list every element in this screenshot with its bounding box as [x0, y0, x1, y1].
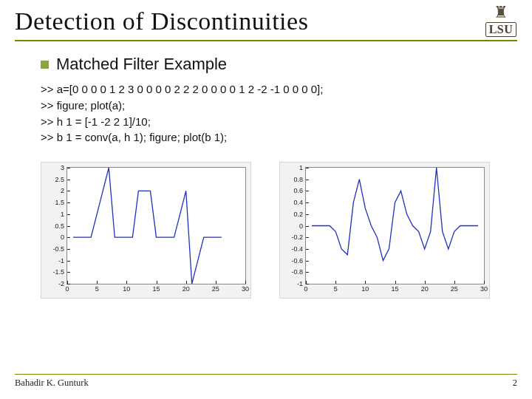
x-tick: 30 [480, 284, 488, 293]
university-logo: ♜ LSU [479, 4, 523, 49]
slide-footer: Bahadir K. Gunturk 2 [15, 374, 517, 389]
x-tick: 10 [361, 284, 369, 293]
y-tick: 1 [299, 164, 306, 171]
x-tick: 25 [212, 284, 219, 293]
y-tick: 0.6 [293, 187, 306, 194]
y-tick: -1 [58, 257, 67, 265]
x-tick: 0 [65, 284, 69, 293]
y-tick: 0 [61, 233, 67, 241]
y-tick: 1.5 [55, 199, 67, 206]
x-tick: 20 [183, 284, 190, 293]
x-tick: 30 [242, 284, 249, 293]
x-tick: 10 [123, 284, 130, 293]
y-tick: -0.4 [291, 245, 306, 253]
y-tick: 0 [299, 222, 306, 230]
y-tick: -1.5 [52, 268, 67, 276]
code-line: >> a=[0 0 0 0 1 2 3 0 0 0 0 2 2 2 0 0 0 … [41, 81, 502, 98]
bullet-item: Matched Filter Example [41, 55, 502, 74]
y-tick: 2.5 [55, 176, 67, 183]
tower-icon: ♜ [494, 4, 508, 21]
footer-author: Bahadir K. Gunturk [15, 378, 89, 389]
y-tick: -0.2 [291, 233, 306, 241]
code-line: >> figure; plot(a); [41, 98, 502, 114]
plot-b1: -1-0.8-0.6-0.4-0.200.20.40.60.8105101520… [279, 162, 490, 299]
matlab-code-block: >> a=[0 0 0 0 1 2 3 0 0 0 0 2 2 2 0 0 0 … [41, 81, 502, 146]
x-tick: 20 [421, 284, 429, 293]
y-tick: 0.5 [55, 222, 67, 230]
y-tick: 2 [61, 187, 67, 194]
x-tick: 5 [334, 284, 338, 293]
code-line: >> h 1 = [-1 -2 2 1]/10; [41, 114, 502, 130]
y-tick: -0.8 [291, 268, 306, 276]
y-tick: 1 [61, 211, 67, 218]
y-tick: 0.4 [293, 199, 306, 206]
code-line: >> b 1 = conv(a, h 1); figure; plot(b 1)… [41, 129, 502, 146]
square-bullet-icon [41, 61, 49, 69]
y-tick: -0.6 [291, 257, 306, 265]
logo-text: LSU [485, 22, 517, 37]
y-tick: -0.5 [52, 245, 67, 253]
bullet-label: Matched Filter Example [56, 55, 227, 74]
slide-title: Detection of Discontinuities [15, 7, 517, 41]
x-tick: 25 [451, 284, 458, 293]
footer-page: 2 [513, 378, 517, 389]
x-tick: 0 [304, 284, 307, 293]
x-tick: 15 [152, 284, 160, 293]
x-tick: 5 [95, 284, 99, 293]
plot-a: -2-1.5-1-0.500.511.522.53051015202530 [41, 162, 251, 299]
y-tick: 0.2 [293, 211, 306, 218]
y-tick: 0.8 [293, 176, 306, 183]
y-tick: 3 [61, 164, 67, 171]
x-tick: 15 [391, 284, 398, 293]
